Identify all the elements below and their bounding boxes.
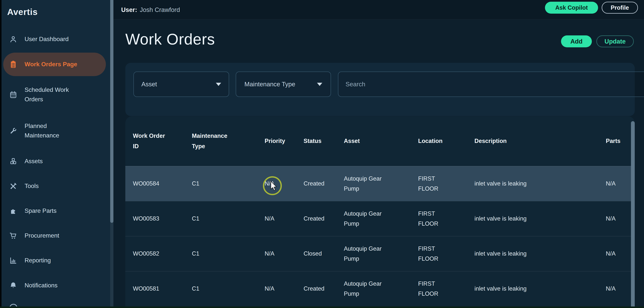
cell-location: FIRST FLOOR [418,209,443,229]
cell-maintenance-type: C1 [192,249,265,259]
cell-status: Created [304,179,344,189]
cell-priority: N/A [265,249,304,259]
cell-description: inlet valve is leaking [474,249,606,259]
cell-parts: N/A [606,214,635,224]
cell-asset: Autoquip Gear Pump [344,279,389,299]
maintenance-type-dropdown-label: Maintenance Type [244,81,295,88]
chevron-down-icon [317,83,322,86]
cell-priority: N/A [265,214,304,224]
ask-copilot-button[interactable]: Ask Copilot [545,2,598,14]
column-header: Maintenance Type [192,131,232,151]
cell-work-order-id: WO00584 [125,179,192,189]
sidebar-item-reporting[interactable]: Reporting [0,256,110,265]
search-input[interactable] [338,72,644,97]
cell-status: Closed [304,249,344,259]
cell-description: inlet valve is leaking [474,284,606,294]
maintenance-type-dropdown[interactable]: Maintenance Type [236,72,331,97]
cell-work-order-id: WO00582 [125,249,192,259]
chevron-down-icon [216,83,221,86]
sidebar-scrollbar-thumb[interactable] [110,0,114,223]
asset-dropdown-label: Asset [142,81,157,88]
sidebar-item-label: User Dashboard [24,35,68,44]
sidebar-item-assets[interactable]: Assets [0,157,110,166]
cell-status: Created [304,284,344,294]
cell-parts: N/A [606,249,635,259]
cell-parts: N/A [606,284,635,294]
sidebar-scrollbar-track [110,0,114,308]
sidebar-item-label: Work Orders Page [24,60,77,69]
cubes-icon [9,157,18,166]
table-row[interactable]: WO00583 C1 N/A Created Autoquip Gear Pum… [125,201,635,236]
table-row[interactable]: WO00582 C1 N/A Closed Autoquip Gear Pump… [125,236,635,271]
table-header-row: Work Order ID Maintenance Type Priority … [125,116,635,166]
column-header: Status [304,136,344,146]
column-header: Parts [606,136,635,146]
sidebar-item-label: Procurement [24,231,59,240]
sidebar-item-label: Scheduled Work Orders [24,85,78,104]
mouse-cursor-icon [270,181,278,192]
cell-location: FIRST FLOOR [418,174,443,194]
table-row[interactable]: WO00581 C1 N/A Created Autoquip Gear Pum… [125,271,635,306]
column-header: Work Order ID [133,131,169,151]
cell-priority: N/A [265,284,304,294]
cell-maintenance-type: C1 [192,284,265,294]
bell-icon [9,281,18,290]
page-title: Work Orders [125,30,215,48]
sidebar-item-notifications[interactable]: Notifications [0,281,110,290]
work-orders-table: Work Order ID Maintenance Type Priority … [125,116,635,308]
add-button[interactable]: Add [561,35,592,47]
update-button[interactable]: Update [596,35,634,47]
app-window: Avertis User Dashboard [0,0,644,308]
cell-work-order-id: WO00581 [125,284,192,294]
topbar: User: Josh Crawford Ask Copilot Profile [114,0,644,20]
sidebar: Avertis User Dashboard [0,0,110,308]
cell-work-order-id: WO00583 [125,214,192,224]
cell-maintenance-type: C1 [192,214,265,224]
wrench-icon [9,126,18,135]
puzzle-icon [9,207,18,215]
profile-button[interactable]: Profile [602,2,638,14]
sidebar-item-label: Reporting [24,256,51,265]
user-icon [9,35,18,44]
cell-maintenance-type: C1 [192,179,265,189]
screen-edge-artifact [0,306,644,308]
table-row[interactable]: WO00584 C1 N/A Created Autoquip Gear Pum… [125,166,635,201]
sidebar-item-tools[interactable]: Tools [0,181,110,191]
sidebar-item-user-dashboard[interactable]: User Dashboard [0,35,110,44]
search-box [338,72,644,97]
calendar-icon [9,90,18,99]
table-scrollbar-thumb[interactable] [631,121,635,308]
cell-asset: Autoquip Gear Pump [344,209,389,229]
sidebar-item-scheduled-work-orders[interactable]: Scheduled Work Orders [0,85,110,104]
cell-status: Created [304,214,344,224]
cart-icon [9,231,18,240]
cell-asset: Autoquip Gear Pump [344,244,389,264]
user-info: User: Josh Crawford [121,0,180,20]
sidebar-item-label: Planned Maintenance [24,121,78,140]
chart-icon [9,256,18,265]
user-label: User: [121,6,137,14]
sidebar-item-procurement[interactable]: Procurement [0,231,110,240]
screen-edge-artifact [0,0,2,308]
cell-asset: Autoquip Gear Pump [344,174,389,194]
filter-panel: Asset Maintenance Type [125,63,635,116]
sidebar-item-spare-parts[interactable]: Spare Parts [0,206,110,216]
sidebar-item-work-orders-page[interactable]: Work Orders Page [3,53,106,76]
cell-parts: N/A [606,179,635,189]
asset-dropdown[interactable]: Asset [134,72,229,97]
column-header: Location [418,136,474,146]
sidebar-item-label: Notifications [24,281,58,290]
sidebar-item-label: Assets [24,157,43,166]
tools-icon [9,182,18,191]
sidebar-item-label: Spare Parts [24,206,56,216]
column-header: Description [474,136,606,146]
sidebar-item-planned-maintenance[interactable]: Planned Maintenance [0,121,110,140]
cell-location: FIRST FLOOR [418,279,443,299]
cell-description: inlet valve is leaking [474,179,606,189]
clipboard-icon [9,60,18,69]
sidebar-item-label: Tools [24,181,39,191]
cell-description: inlet valve is leaking [474,214,606,224]
user-name: Josh Crawford [140,6,180,14]
cell-location: FIRST FLOOR [418,244,443,264]
brand-logo: Avertis [7,7,38,17]
